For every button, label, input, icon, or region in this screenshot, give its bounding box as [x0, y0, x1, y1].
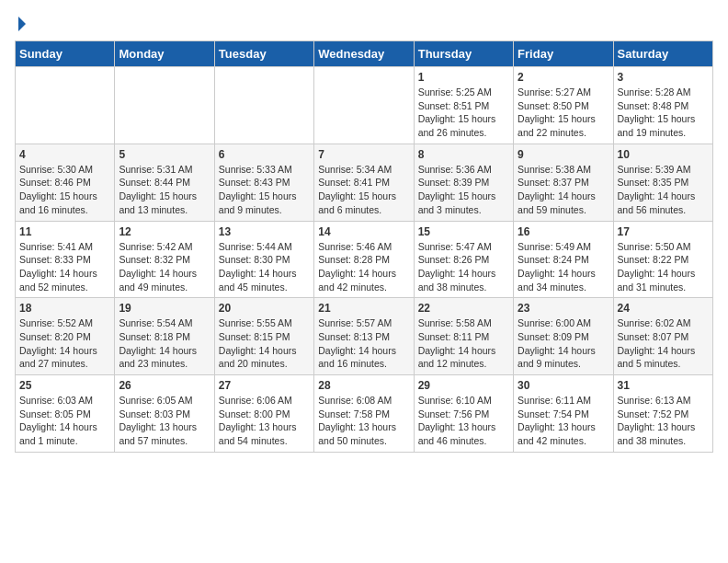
calendar-cell: 24Sunrise: 6:02 AM Sunset: 8:07 PM Dayli… [613, 298, 712, 375]
day-info: Sunrise: 6:05 AM Sunset: 8:03 PM Dayligh… [119, 394, 210, 448]
day-number: 8 [418, 148, 509, 161]
column-header-monday: Monday [115, 41, 214, 67]
column-header-wednesday: Wednesday [314, 41, 414, 67]
day-number: 10 [618, 148, 709, 161]
day-number: 18 [19, 302, 110, 315]
day-info: Sunrise: 5:38 AM Sunset: 8:37 PM Dayligh… [518, 163, 609, 217]
day-info: Sunrise: 5:44 AM Sunset: 8:30 PM Dayligh… [219, 240, 310, 294]
day-number: 4 [19, 148, 110, 161]
day-number: 16 [518, 225, 609, 238]
calendar-cell [16, 67, 115, 144]
column-header-thursday: Thursday [414, 41, 513, 67]
day-info: Sunrise: 5:47 AM Sunset: 8:26 PM Dayligh… [418, 240, 509, 294]
day-number: 13 [219, 225, 310, 238]
day-number: 12 [119, 225, 210, 238]
day-number: 2 [518, 71, 609, 84]
day-info: Sunrise: 5:46 AM Sunset: 8:28 PM Dayligh… [318, 240, 409, 294]
column-header-friday: Friday [514, 41, 613, 67]
day-number: 9 [518, 148, 609, 161]
calendar-cell: 7Sunrise: 5:34 AM Sunset: 8:41 PM Daylig… [314, 144, 414, 221]
calendar-week-row: 4Sunrise: 5:30 AM Sunset: 8:46 PM Daylig… [16, 144, 713, 221]
day-info: Sunrise: 6:00 AM Sunset: 8:09 PM Dayligh… [518, 316, 609, 371]
day-info: Sunrise: 6:10 AM Sunset: 7:56 PM Dayligh… [418, 394, 509, 448]
day-info: Sunrise: 6:11 AM Sunset: 7:54 PM Dayligh… [518, 394, 609, 448]
calendar-header-row: SundayMondayTuesdayWednesdayThursdayFrid… [16, 41, 713, 67]
day-info: Sunrise: 5:42 AM Sunset: 8:32 PM Dayligh… [119, 240, 210, 294]
calendar-cell: 20Sunrise: 5:55 AM Sunset: 8:15 PM Dayli… [214, 298, 313, 375]
day-number: 21 [318, 302, 409, 315]
day-info: Sunrise: 5:39 AM Sunset: 8:35 PM Dayligh… [618, 163, 709, 217]
calendar-cell: 30Sunrise: 6:11 AM Sunset: 7:54 PM Dayli… [514, 375, 613, 453]
day-number: 22 [418, 302, 509, 315]
calendar-cell: 10Sunrise: 5:39 AM Sunset: 8:35 PM Dayli… [613, 144, 712, 221]
day-info: Sunrise: 5:28 AM Sunset: 8:48 PM Dayligh… [618, 86, 709, 140]
calendar-week-row: 1Sunrise: 5:25 AM Sunset: 8:51 PM Daylig… [16, 67, 713, 144]
calendar-cell: 28Sunrise: 6:08 AM Sunset: 7:58 PM Dayli… [314, 375, 414, 453]
calendar-cell: 21Sunrise: 5:57 AM Sunset: 8:13 PM Dayli… [314, 298, 414, 375]
calendar-cell [314, 67, 414, 144]
calendar-cell: 2Sunrise: 5:27 AM Sunset: 8:50 PM Daylig… [514, 67, 613, 144]
logo [15, 15, 26, 31]
day-number: 25 [19, 379, 110, 392]
day-number: 3 [618, 71, 709, 84]
calendar-week-row: 11Sunrise: 5:41 AM Sunset: 8:33 PM Dayli… [16, 221, 713, 298]
column-header-tuesday: Tuesday [214, 41, 313, 67]
day-info: Sunrise: 5:54 AM Sunset: 8:18 PM Dayligh… [119, 316, 210, 371]
calendar-cell: 26Sunrise: 6:05 AM Sunset: 8:03 PM Dayli… [115, 375, 214, 453]
calendar-cell [115, 67, 214, 144]
day-info: Sunrise: 5:25 AM Sunset: 8:51 PM Dayligh… [418, 86, 509, 140]
logo-arrow-icon [18, 17, 26, 31]
day-info: Sunrise: 5:30 AM Sunset: 8:46 PM Dayligh… [19, 163, 110, 217]
calendar-table: SundayMondayTuesdayWednesdayThursdayFrid… [15, 40, 713, 453]
day-info: Sunrise: 6:06 AM Sunset: 8:00 PM Dayligh… [219, 394, 310, 448]
calendar-cell: 8Sunrise: 5:36 AM Sunset: 8:39 PM Daylig… [414, 144, 513, 221]
day-number: 27 [219, 379, 310, 392]
calendar-cell: 16Sunrise: 5:49 AM Sunset: 8:24 PM Dayli… [514, 221, 613, 298]
day-number: 1 [418, 71, 509, 84]
calendar-cell: 9Sunrise: 5:38 AM Sunset: 8:37 PM Daylig… [514, 144, 613, 221]
day-number: 26 [119, 379, 210, 392]
day-info: Sunrise: 5:34 AM Sunset: 8:41 PM Dayligh… [318, 163, 409, 217]
day-number: 14 [318, 225, 409, 238]
day-info: Sunrise: 5:50 AM Sunset: 8:22 PM Dayligh… [618, 240, 709, 294]
day-number: 17 [618, 225, 709, 238]
day-number: 31 [618, 379, 709, 392]
day-info: Sunrise: 5:58 AM Sunset: 8:11 PM Dayligh… [418, 316, 509, 371]
calendar-cell: 29Sunrise: 6:10 AM Sunset: 7:56 PM Dayli… [414, 375, 513, 453]
day-number: 5 [119, 148, 210, 161]
calendar-cell: 6Sunrise: 5:33 AM Sunset: 8:43 PM Daylig… [214, 144, 313, 221]
day-number: 7 [318, 148, 409, 161]
column-header-sunday: Sunday [16, 41, 115, 67]
day-info: Sunrise: 6:13 AM Sunset: 7:52 PM Dayligh… [618, 394, 709, 448]
calendar-cell: 13Sunrise: 5:44 AM Sunset: 8:30 PM Dayli… [214, 221, 313, 298]
calendar-cell: 5Sunrise: 5:31 AM Sunset: 8:44 PM Daylig… [115, 144, 214, 221]
day-number: 28 [318, 379, 409, 392]
day-info: Sunrise: 5:27 AM Sunset: 8:50 PM Dayligh… [518, 86, 609, 140]
calendar-cell: 22Sunrise: 5:58 AM Sunset: 8:11 PM Dayli… [414, 298, 513, 375]
day-number: 30 [518, 379, 609, 392]
day-info: Sunrise: 6:08 AM Sunset: 7:58 PM Dayligh… [318, 394, 409, 448]
day-info: Sunrise: 5:57 AM Sunset: 8:13 PM Dayligh… [318, 316, 409, 371]
day-number: 6 [219, 148, 310, 161]
calendar-cell: 17Sunrise: 5:50 AM Sunset: 8:22 PM Dayli… [613, 221, 712, 298]
calendar-cell: 19Sunrise: 5:54 AM Sunset: 8:18 PM Dayli… [115, 298, 214, 375]
day-number: 11 [19, 225, 110, 238]
day-number: 23 [518, 302, 609, 315]
day-info: Sunrise: 5:49 AM Sunset: 8:24 PM Dayligh… [518, 240, 609, 294]
day-info: Sunrise: 5:41 AM Sunset: 8:33 PM Dayligh… [19, 240, 110, 294]
day-number: 24 [618, 302, 709, 315]
calendar-cell: 15Sunrise: 5:47 AM Sunset: 8:26 PM Dayli… [414, 221, 513, 298]
day-info: Sunrise: 5:33 AM Sunset: 8:43 PM Dayligh… [219, 163, 310, 217]
day-info: Sunrise: 6:02 AM Sunset: 8:07 PM Dayligh… [618, 316, 709, 371]
calendar-cell: 3Sunrise: 5:28 AM Sunset: 8:48 PM Daylig… [613, 67, 712, 144]
day-info: Sunrise: 5:36 AM Sunset: 8:39 PM Dayligh… [418, 163, 509, 217]
day-info: Sunrise: 5:55 AM Sunset: 8:15 PM Dayligh… [219, 316, 310, 371]
calendar-cell: 18Sunrise: 5:52 AM Sunset: 8:20 PM Dayli… [16, 298, 115, 375]
calendar-cell: 11Sunrise: 5:41 AM Sunset: 8:33 PM Dayli… [16, 221, 115, 298]
day-number: 15 [418, 225, 509, 238]
calendar-cell: 25Sunrise: 6:03 AM Sunset: 8:05 PM Dayli… [16, 375, 115, 453]
calendar-cell: 12Sunrise: 5:42 AM Sunset: 8:32 PM Dayli… [115, 221, 214, 298]
day-number: 19 [119, 302, 210, 315]
calendar-cell: 14Sunrise: 5:46 AM Sunset: 8:28 PM Dayli… [314, 221, 414, 298]
calendar-cell [214, 67, 313, 144]
